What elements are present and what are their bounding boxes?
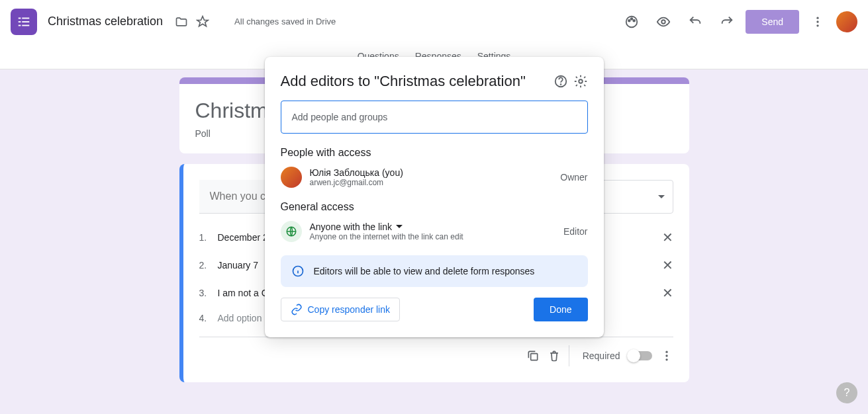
svg-point-7 [628, 19, 630, 21]
svg-point-15 [665, 351, 667, 353]
question-more-icon[interactable] [660, 349, 673, 362]
svg-rect-14 [530, 354, 537, 360]
share-dialog: Add editors to "Christmas celebration" A… [265, 57, 604, 337]
send-button[interactable]: Send [746, 10, 799, 34]
svg-rect-1 [19, 21, 21, 22]
svg-point-12 [816, 21, 818, 22]
svg-rect-2 [19, 24, 21, 26]
globe-icon [281, 221, 302, 242]
svg-point-17 [665, 358, 667, 360]
person-name: Юлія Заблоцька (you) [310, 167, 553, 178]
option-num: 4. [199, 313, 210, 323]
help-fab[interactable]: ? [836, 382, 857, 403]
svg-point-10 [662, 20, 666, 24]
general-section-label: General access [281, 201, 588, 213]
document-title[interactable]: Christmas celebration [48, 15, 163, 28]
link-access-dropdown[interactable]: Anyone with the link [310, 222, 555, 232]
option-num: 2. [199, 260, 210, 270]
user-avatar[interactable] [836, 11, 857, 32]
svg-point-11 [816, 17, 818, 19]
svg-point-13 [816, 24, 818, 26]
required-label: Required [583, 351, 620, 361]
person-avatar [281, 167, 302, 188]
star-icon[interactable] [196, 15, 209, 28]
preview-icon[interactable] [650, 9, 677, 35]
gear-icon[interactable] [573, 74, 588, 89]
remove-option-icon[interactable]: ✕ [662, 229, 673, 245]
add-people-input[interactable]: Add people and groups [281, 101, 588, 134]
required-toggle[interactable] [628, 351, 652, 360]
person-row: Юлія Заблоцька (you) arwen.jc@gmail.com … [281, 167, 588, 188]
info-banner: Editors will be able to view and delete … [281, 255, 588, 287]
undo-icon[interactable] [682, 9, 708, 35]
redo-icon[interactable] [714, 9, 740, 35]
svg-point-19 [560, 84, 561, 85]
svg-rect-5 [22, 24, 29, 26]
svg-point-8 [631, 18, 633, 20]
person-email: arwen.jc@gmail.com [310, 178, 553, 187]
people-section-label: People with access [281, 147, 588, 159]
remove-option-icon[interactable]: ✕ [662, 285, 673, 301]
svg-rect-0 [19, 17, 21, 19]
link-role[interactable]: Editor [563, 226, 588, 237]
person-role: Owner [560, 172, 587, 183]
svg-point-16 [665, 354, 667, 356]
forms-logo[interactable] [11, 9, 37, 35]
divider [569, 345, 569, 366]
link-access-desc: Anyone on the internet with the link can… [310, 232, 555, 241]
question-footer: Required [199, 337, 673, 366]
info-icon [291, 265, 305, 278]
delete-icon[interactable] [548, 349, 561, 362]
palette-icon[interactable] [618, 9, 645, 35]
link-icon [291, 304, 303, 315]
duplicate-icon[interactable] [526, 349, 540, 362]
chevron-down-icon [396, 224, 403, 230]
chevron-down-icon [658, 194, 665, 200]
svg-rect-4 [22, 21, 29, 22]
save-status: All changes saved in Drive [234, 17, 336, 26]
dialog-title: Add editors to "Christmas celebration" [281, 73, 548, 90]
info-banner-text: Editors will be able to view and delete … [314, 266, 535, 276]
app-header: Christmas celebration All changes saved … [0, 0, 868, 43]
done-button[interactable]: Done [534, 298, 587, 321]
more-icon[interactable] [804, 9, 831, 35]
link-access-title: Anyone with the link [310, 222, 393, 232]
option-num: 1. [199, 232, 210, 243]
remove-option-icon[interactable]: ✕ [662, 257, 673, 273]
copy-link-label: Copy responder link [308, 304, 391, 315]
link-access-row: Anyone with the link Anyone on the inter… [281, 221, 588, 242]
svg-point-20 [579, 79, 583, 83]
svg-point-9 [634, 19, 636, 21]
svg-rect-3 [22, 17, 29, 19]
help-icon[interactable] [554, 74, 568, 89]
option-num: 3. [199, 288, 210, 298]
folder-icon[interactable] [175, 15, 188, 28]
copy-link-button[interactable]: Copy responder link [281, 298, 401, 321]
